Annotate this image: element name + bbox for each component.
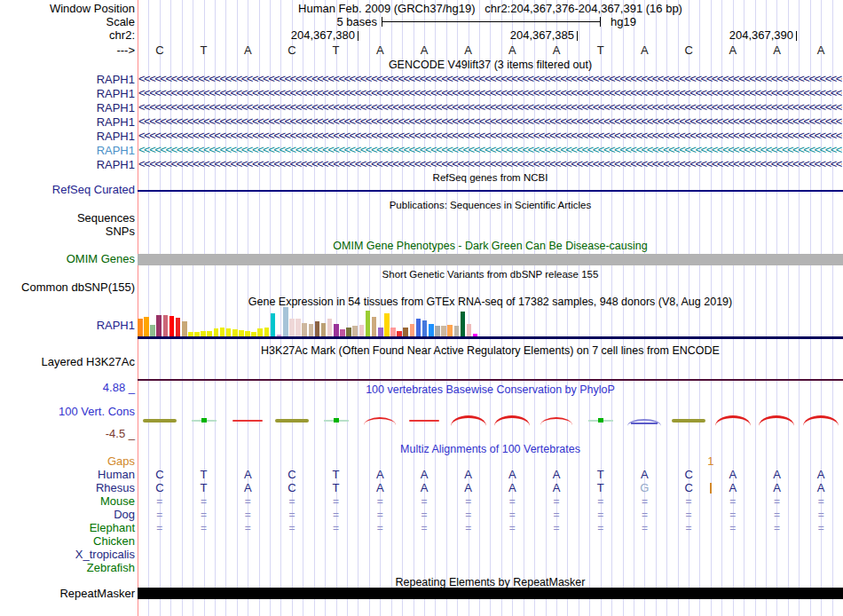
transcript-label[interactable]: RAPH1: [0, 73, 135, 86]
species-label-chicken[interactable]: Chicken: [0, 535, 135, 548]
transcript-label[interactable]: RAPH1: [0, 158, 135, 171]
base-letter: T: [597, 44, 604, 57]
transcript-label[interactable]: RAPH1: [0, 87, 135, 100]
gtex-tissue-bar[interactable]: [214, 328, 219, 336]
transcript-row[interactable]: RAPH1<<<<<<<<<<<<<<<<<<<<<<<<<<<<<<<<<<<…: [0, 115, 843, 129]
transcript-row[interactable]: RAPH1<<<<<<<<<<<<<<<<<<<<<<<<<<<<<<<<<<<…: [0, 144, 843, 157]
species-label-elephant[interactable]: Elephant: [0, 522, 135, 534]
gtex-tissue-bar[interactable]: [447, 325, 453, 336]
gtex-tissue-bar[interactable]: [239, 330, 244, 336]
gtex-tissue-bar[interactable]: [416, 319, 422, 336]
gtex-tissue-bar[interactable]: [352, 326, 358, 336]
align-cell: =: [421, 522, 427, 534]
transcript-row[interactable]: RAPH1<<<<<<<<<<<<<<<<<<<<<<<<<<<<<<<<<<<…: [0, 158, 843, 171]
gtex-expression-bars[interactable]: [138, 306, 843, 336]
gtex-tissue-bar[interactable]: [264, 328, 270, 336]
transcript-arrows[interactable]: <<<<<<<<<<<<<<<<<<<<<<<<<<<<<<<<<<<<<<<<…: [138, 115, 842, 129]
align-cell: =: [554, 509, 560, 521]
transcript-row[interactable]: RAPH1<<<<<<<<<<<<<<<<<<<<<<<<<<<<<<<<<<<…: [0, 87, 843, 100]
gtex-tissue-bar[interactable]: [220, 328, 225, 336]
species-label-gaps[interactable]: Gaps: [0, 455, 135, 468]
gtex-tissue-bar[interactable]: [163, 315, 169, 336]
gtex-tissue-bar[interactable]: [315, 321, 320, 336]
species-label-dog[interactable]: Dog: [0, 509, 135, 521]
align-cell: =: [201, 495, 207, 508]
gtex-tissue-bar[interactable]: [289, 319, 295, 336]
refseq-curated-label[interactable]: RefSeq Curated: [0, 184, 135, 196]
species-label-mouse[interactable]: Mouse: [0, 495, 135, 508]
transcript-arrows[interactable]: <<<<<<<<<<<<<<<<<<<<<<<<<<<<<<<<<<<<<<<<…: [138, 130, 842, 143]
gtex-tissue-bar[interactable]: [410, 324, 415, 336]
gtex-tissue-bar[interactable]: [334, 324, 339, 336]
gtex-tissue-bar[interactable]: [359, 325, 365, 336]
gtex-tissue-bar[interactable]: [257, 328, 263, 336]
sequences-label[interactable]: Sequences: [0, 212, 135, 225]
gtex-tissue-bar[interactable]: [327, 319, 333, 336]
transcript-row[interactable]: RAPH1<<<<<<<<<<<<<<<<<<<<<<<<<<<<<<<<<<<…: [0, 101, 843, 115]
gtex-tissue-bar[interactable]: [138, 319, 143, 336]
omim-gene-bar[interactable]: [138, 254, 843, 265]
refseq-gene-line[interactable]: [138, 190, 843, 192]
species-label-zebrafish[interactable]: Zebrafish: [0, 562, 135, 574]
gtex-tissue-bar[interactable]: [283, 307, 288, 336]
gtex-tissue-bar[interactable]: [372, 317, 377, 336]
align-cell: =: [642, 522, 648, 534]
transcript-row[interactable]: RAPH1<<<<<<<<<<<<<<<<<<<<<<<<<<<<<<<<<<<…: [0, 130, 843, 143]
gtex-tissue-bar[interactable]: [384, 313, 390, 336]
gtex-tissue-bar[interactable]: [232, 329, 238, 336]
omim-genes-label[interactable]: OMIM Genes: [0, 253, 135, 265]
gtex-tissue-bar[interactable]: [169, 316, 175, 336]
layered-h3k27ac-label[interactable]: Layered H3K27Ac: [0, 356, 135, 368]
gtex-tissue-bar[interactable]: [467, 324, 472, 336]
repeatmasker-element-bar[interactable]: [138, 588, 843, 599]
gtex-tissue-bar[interactable]: [295, 319, 301, 336]
gtex-tissue-bar[interactable]: [422, 320, 428, 336]
genome-browser-view: Window Position Human Feb. 2009 (GRCh37/…: [0, 0, 843, 616]
gtex-tissue-bar[interactable]: [271, 313, 276, 336]
gtex-tissue-bar[interactable]: [461, 312, 466, 336]
gtex-tissue-bar[interactable]: [150, 325, 155, 336]
gtex-tissue-bar[interactable]: [346, 328, 351, 336]
transcript-arrows[interactable]: <<<<<<<<<<<<<<<<<<<<<<<<<<<<<<<<<<<<<<<<…: [138, 158, 842, 171]
gtex-tissue-bar[interactable]: [182, 321, 187, 336]
align-cell: =: [509, 509, 516, 521]
gtex-tissue-bar[interactable]: [226, 328, 232, 336]
align-cell: =: [597, 522, 603, 534]
gtex-tissue-bar[interactable]: [441, 326, 446, 336]
transcript-arrows[interactable]: <<<<<<<<<<<<<<<<<<<<<<<<<<<<<<<<<<<<<<<<…: [138, 87, 842, 100]
gtex-gene-label[interactable]: RAPH1: [0, 320, 135, 332]
gencode-track-title: GENCODE V49lift37 (3 items filtered out): [138, 59, 843, 71]
transcript-label[interactable]: RAPH1: [0, 101, 135, 115]
transcript-label[interactable]: RAPH1: [0, 144, 135, 157]
gtex-tissue-bar[interactable]: [309, 324, 314, 336]
gtex-tissue-bar[interactable]: [340, 329, 345, 336]
cons-track-label[interactable]: 100 Vert. Cons: [0, 406, 135, 418]
transcript-label[interactable]: RAPH1: [0, 130, 135, 143]
transcript-row[interactable]: RAPH1<<<<<<<<<<<<<<<<<<<<<<<<<<<<<<<<<<<…: [0, 73, 843, 86]
cons-track-title: 100 vertebrates Basewise Conservation by…: [138, 383, 843, 396]
snps-label[interactable]: SNPs: [0, 225, 135, 238]
gtex-tissue-bar[interactable]: [435, 326, 440, 336]
transcript-arrows[interactable]: <<<<<<<<<<<<<<<<<<<<<<<<<<<<<<<<<<<<<<<<…: [138, 144, 842, 157]
gtex-tissue-bar[interactable]: [390, 328, 396, 336]
gtex-tissue-bar[interactable]: [302, 323, 307, 336]
gtex-tissue-bar[interactable]: [321, 323, 327, 336]
gtex-tissue-bar[interactable]: [156, 315, 162, 336]
repeatmasker-label[interactable]: RepeatMasker: [0, 588, 135, 600]
gtex-tissue-bar[interactable]: [144, 317, 149, 336]
common-dbsnp-label[interactable]: Common dbSNP(155): [0, 281, 135, 294]
transcript-label[interactable]: RAPH1: [0, 115, 135, 129]
cons-wiggle[interactable]: [138, 412, 843, 426]
transcript-arrows[interactable]: <<<<<<<<<<<<<<<<<<<<<<<<<<<<<<<<<<<<<<<<…: [138, 101, 842, 115]
align-cell: =: [774, 509, 780, 521]
gtex-tissue-bar[interactable]: [429, 324, 434, 336]
species-label-human[interactable]: Human: [0, 469, 135, 481]
gtex-tissue-bar[interactable]: [454, 326, 460, 336]
gtex-tissue-bar[interactable]: [378, 328, 383, 336]
gtex-tissue-bar[interactable]: [403, 328, 408, 336]
gtex-tissue-bar[interactable]: [176, 318, 181, 336]
gtex-tissue-bar[interactable]: [366, 311, 371, 336]
transcript-arrows[interactable]: <<<<<<<<<<<<<<<<<<<<<<<<<<<<<<<<<<<<<<<<…: [138, 73, 842, 86]
species-label-rhesus[interactable]: Rhesus: [0, 482, 135, 494]
species-label-x_tropicalis[interactable]: X_tropicalis: [0, 549, 135, 561]
